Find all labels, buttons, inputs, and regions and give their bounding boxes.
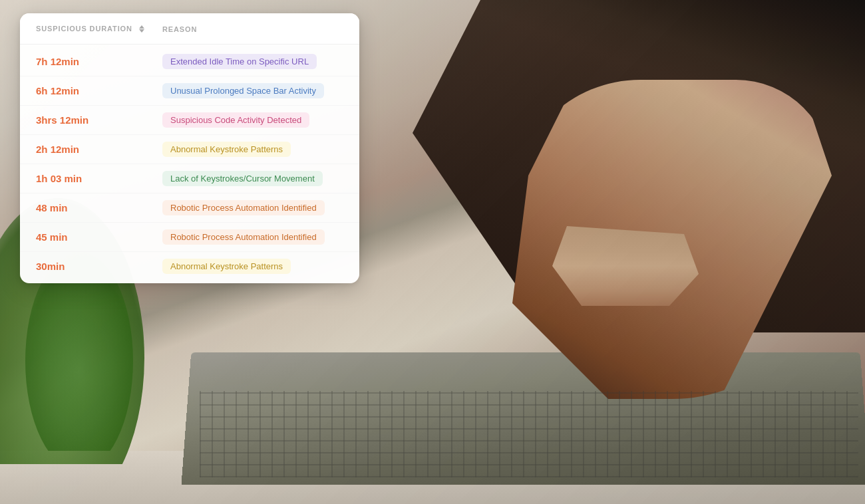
table-header: SUSPICIOUS DURATION REASON [20,13,359,45]
duration-value: 30min [36,261,162,272]
duration-value: 7h 12min [36,56,162,67]
table-row[interactable]: 3hrs 12minSuspicious Code Activity Detec… [20,106,359,135]
reason-cell: Robotic Process Automation Identified [162,200,343,215]
table-body: 7h 12minExtended Idle Time on Specific U… [20,45,359,283]
reason-cell: Unusual Prolonged Space Bar Activity [162,83,343,98]
reason-badge: Unusual Prolonged Space Bar Activity [162,83,324,98]
suspicious-activity-table: SUSPICIOUS DURATION REASON 7h 12minExten… [20,13,359,283]
reason-cell: Suspicious Code Activity Detected [162,112,343,128]
table-row[interactable]: 6h 12minUnusual Prolonged Space Bar Acti… [20,76,359,106]
duration-value: 45 min [36,231,162,243]
duration-header-label: SUSPICIOUS DURATION [36,25,132,33]
reason-cell: Robotic Process Automation Identified [162,229,343,245]
duration-value: 48 min [36,202,162,213]
reason-badge: Suspicious Code Activity Detected [162,112,309,128]
reason-cell: Abnormal Keystroke Patterns [162,142,343,157]
reason-badge: Abnormal Keystroke Patterns [162,259,291,274]
table-row[interactable]: 45 minRobotic Process Automation Identif… [20,223,359,252]
duration-column-header[interactable]: SUSPICIOUS DURATION [36,25,162,33]
table-row[interactable]: 1h 03 minLack of Keystrokes/Cursor Movem… [20,164,359,193]
duration-value: 2h 12min [36,144,162,155]
reason-header-label: REASON [162,25,197,33]
reason-column-header: REASON [162,23,343,35]
sort-icon[interactable] [139,25,144,33]
reason-badge: Robotic Process Automation Identified [162,200,325,215]
duration-value: 3hrs 12min [36,114,162,126]
table-row[interactable]: 30minAbnormal Keystroke Patterns [20,252,359,281]
duration-value: 6h 12min [36,85,162,96]
reason-cell: Lack of Keystrokes/Cursor Movement [162,171,343,186]
reason-badge: Abnormal Keystroke Patterns [162,142,291,157]
table-row[interactable]: 2h 12minAbnormal Keystroke Patterns [20,135,359,164]
reason-cell: Extended Idle Time on Specific URL [162,54,343,69]
reason-cell: Abnormal Keystroke Patterns [162,259,343,274]
table-row[interactable]: 48 minRobotic Process Automation Identif… [20,193,359,223]
reason-badge: Robotic Process Automation Identified [162,229,325,245]
table-row[interactable]: 7h 12minExtended Idle Time on Specific U… [20,47,359,76]
reason-badge: Extended Idle Time on Specific URL [162,54,317,69]
reason-badge: Lack of Keystrokes/Cursor Movement [162,171,323,186]
duration-value: 1h 03 min [36,173,162,184]
